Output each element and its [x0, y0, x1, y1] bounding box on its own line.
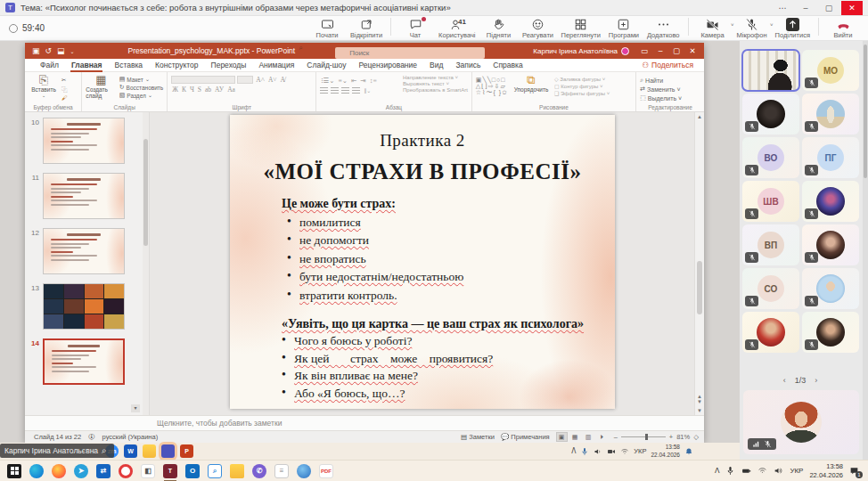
- notification-center-icon[interactable]: 1: [849, 466, 859, 476]
- select-button[interactable]: ⬚Выделить ˅: [640, 94, 682, 102]
- minimize-button[interactable]: –: [795, 1, 816, 15]
- taskbar-app-acrobat-icon[interactable]: PDF: [319, 464, 333, 478]
- systray-battery-icon[interactable]: [741, 466, 751, 476]
- font-style-button-3[interactable]: S: [197, 86, 202, 94]
- font-style-button-0[interactable]: Ж: [171, 86, 179, 94]
- copy-icon[interactable]: ⿻: [61, 85, 68, 94]
- participant-tile[interactable]: ПГ: [802, 137, 859, 178]
- align-left-icon[interactable]: [320, 87, 328, 94]
- tab-1[interactable]: Главная: [65, 59, 109, 72]
- slide-thumbnail-11[interactable]: 11: [27, 173, 145, 219]
- tray-clock[interactable]: 13:5822.04.2026: [651, 444, 680, 459]
- bullet-list-icon[interactable]: ⁝☰⌄: [320, 77, 335, 85]
- toolbar-button-more[interactable]: Додатково: [643, 17, 684, 39]
- participant-tile[interactable]: МО: [802, 50, 859, 91]
- toolbar-button-chat[interactable]: Чат: [396, 17, 435, 39]
- grow-font-icon[interactable]: A˄: [255, 76, 266, 84]
- comments-toggle-button[interactable]: 💬 Примечания: [501, 433, 550, 441]
- teams-app-icon[interactable]: [161, 444, 175, 458]
- participant-tile[interactable]: [742, 312, 799, 353]
- tray-bell-icon[interactable]: [684, 447, 693, 456]
- systray-chevron-icon[interactable]: ᐱ: [715, 467, 719, 475]
- active-speaker-video-tile[interactable]: [742, 50, 799, 91]
- taskbar-app-firefox-icon[interactable]: [52, 464, 66, 478]
- toolbar-button-camera-off[interactable]: Камера˅: [693, 17, 733, 39]
- scroll-down-icon[interactable]: ▼: [695, 406, 704, 415]
- pagination-prev-icon[interactable]: ‹: [783, 376, 786, 385]
- save-icon[interactable]: ▣: [32, 46, 40, 55]
- slide[interactable]: Практика 2 «МОЇ СТРАХИ В ПРОФЕСІЇ» Це мо…: [230, 115, 615, 409]
- fit-slide-button[interactable]: ◇: [693, 433, 699, 441]
- align-right-icon[interactable]: [341, 87, 349, 94]
- justify-icon[interactable]: [352, 87, 360, 94]
- participant-tile[interactable]: [742, 94, 799, 135]
- taskbar-app-folder-icon[interactable]: [230, 464, 244, 478]
- notes-bar[interactable]: Щелкните, чтобы добавить заметки: [25, 415, 704, 430]
- shape-fill-button[interactable]: ◇ Заливка фигуры ˅: [554, 76, 610, 82]
- taskbar-app-teamviewer-icon[interactable]: ⇄: [96, 464, 111, 478]
- zoom-slider[interactable]: [621, 436, 666, 437]
- search-input[interactable]: [335, 47, 485, 59]
- toolbar-button-react[interactable]: Реагувати: [519, 17, 558, 39]
- tray-language[interactable]: УКР: [634, 447, 646, 455]
- powerpoint-app-icon[interactable]: P: [180, 444, 193, 458]
- arrange-button[interactable]: ⧉ Упорядочить: [511, 74, 552, 93]
- taskbar-app-photos-icon[interactable]: ◧: [141, 464, 155, 478]
- participant-tile[interactable]: ВО: [742, 137, 799, 178]
- taskbar-app-viber-icon[interactable]: ✆: [252, 464, 266, 478]
- toolbar-button-apps[interactable]: Програми: [604, 17, 643, 39]
- zoom-out-button[interactable]: –: [614, 433, 618, 441]
- ppt-share-button[interactable]: ⚇ Поделиться: [642, 61, 693, 69]
- font-style-button-1[interactable]: К: [181, 86, 187, 94]
- align-center-icon[interactable]: [331, 87, 339, 94]
- canvas-scrollbar[interactable]: ▲ ▲ ▼ ▼: [694, 112, 704, 415]
- replace-button[interactable]: ⇄Заменить ˅: [640, 86, 680, 93]
- tab-file[interactable]: Файл: [34, 59, 65, 72]
- slide-thumbnail-10[interactable]: 10: [27, 118, 145, 164]
- undo-icon[interactable]: ↺: [45, 46, 53, 55]
- toolbar-button-raise-hand[interactable]: Підняти: [479, 17, 519, 39]
- slide-thumbnail-13[interactable]: 13: [27, 283, 145, 330]
- systray-speaker-icon[interactable]: [774, 466, 783, 476]
- participant-tile[interactable]: [802, 224, 859, 265]
- explorer-app-icon[interactable]: [143, 444, 156, 458]
- font-size-box[interactable]: [237, 76, 253, 84]
- accessibility-icon[interactable]: 🛈: [88, 433, 95, 441]
- taskbar-app-notepad-icon[interactable]: ≡: [274, 464, 289, 478]
- taskbar-app-opera-icon[interactable]: [119, 464, 133, 478]
- more-window-button[interactable]: ⋯: [772, 1, 793, 15]
- toolbar-button-unpin[interactable]: Відкріпити: [347, 17, 386, 39]
- tab-3[interactable]: Конструктор: [149, 59, 204, 72]
- systray-language[interactable]: УКР: [790, 467, 803, 475]
- tray-mic-icon[interactable]: [580, 447, 589, 456]
- shape-outline-button[interactable]: ▢ Контур фигуры ˅: [554, 83, 610, 89]
- normal-view-button[interactable]: ▣: [556, 432, 568, 442]
- slideshow-icon[interactable]: ⬓: [57, 46, 65, 55]
- toolbar-button-view[interactable]: Переглянути: [558, 17, 604, 39]
- participant-tile[interactable]: ВП: [742, 224, 799, 265]
- taskbar-app-browser-icon[interactable]: [297, 464, 311, 478]
- collapse-thumbnails-button[interactable]: ▾: [131, 404, 140, 412]
- tab-9[interactable]: Запись: [449, 59, 487, 72]
- tray-chevron-icon[interactable]: ᐱ: [571, 447, 576, 455]
- slide-thumbnail-14[interactable]: 14: [27, 338, 145, 385]
- toolbar-button-people[interactable]: Користувачі41: [435, 17, 479, 39]
- font-style-button-5[interactable]: АУ: [214, 86, 225, 94]
- new-slide-button[interactable]: ▦ Создать слайд: [86, 74, 117, 99]
- systray-mic-icon[interactable]: [725, 466, 735, 476]
- ppt-minimize-button[interactable]: –: [652, 46, 668, 55]
- paste-button[interactable]: ⎘ Вставить ⌄: [29, 74, 59, 98]
- font-style-button-6[interactable]: Аа: [226, 86, 236, 94]
- font-style-button-2[interactable]: Ч: [189, 86, 195, 94]
- indent-decrease-icon[interactable]: ⇤: [350, 77, 357, 85]
- self-video-tile[interactable]: [743, 390, 859, 454]
- language-indicator[interactable]: русский (Украина): [102, 433, 159, 441]
- participant-tile[interactable]: СО: [742, 268, 799, 309]
- tab-10[interactable]: Справка: [487, 59, 528, 72]
- format-painter-icon[interactable]: 🖌: [61, 94, 68, 101]
- toolbar-button-share-screen[interactable]: Почати: [307, 17, 347, 39]
- ppt-close-button[interactable]: ✕: [684, 46, 700, 55]
- tab-8[interactable]: Вид: [423, 59, 449, 72]
- zoom-in-button[interactable]: +: [669, 433, 673, 441]
- notes-toggle-button[interactable]: ▤ Заметки: [461, 433, 495, 441]
